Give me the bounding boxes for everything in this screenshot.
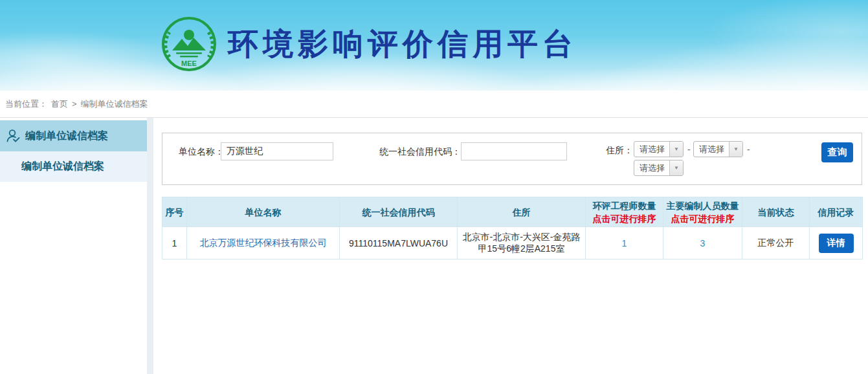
col-credit-record-header: 信用记录	[810, 197, 863, 227]
col-index-header: 序号	[162, 197, 187, 227]
user-check-icon	[6, 129, 20, 143]
address-city-select-value: 请选择	[694, 142, 729, 157]
credit-code-input[interactable]	[461, 142, 567, 160]
site-banner: MEE 环境影响评价信用平台	[0, 0, 868, 91]
search-form: 单位名称： 统一社会信用代码： 住所： 请选择 ▼ - 请选择 ▼ - 请选择 …	[162, 133, 862, 185]
site-title: 环境影响评价信用平台	[228, 16, 577, 72]
results-table: 序号 单位名称 统一社会信用代码 住所 环评工程师数量 点击可进行排序 主要编制…	[162, 197, 863, 259]
breadcrumb: 当前位置： 首页 > 编制单位诚信档案	[0, 91, 868, 118]
col-company-header: 单位名称	[187, 197, 340, 227]
col-staff-count-title: 主要编制人员数量	[667, 201, 739, 211]
col-status-header: 当前状态	[742, 197, 810, 227]
sidebar-subitem-label: 编制单位诚信档案	[21, 160, 104, 173]
chevron-down-icon[interactable]: ▼	[669, 160, 683, 175]
cell-index: 1	[162, 227, 187, 259]
cell-status: 正常公开	[742, 227, 810, 259]
breadcrumb-separator: >	[72, 99, 77, 109]
sidebar-item-credit-archive[interactable]: 编制单位诚信档案	[0, 120, 147, 151]
main-panel: 单位名称： 统一社会信用代码： 住所： 请选择 ▼ - 请选择 ▼ - 请选择 …	[153, 118, 868, 374]
breadcrumb-current: 编制单位诚信档案	[81, 98, 148, 110]
address-province-select[interactable]: 请选择 ▼	[634, 141, 684, 157]
sidebar-divider	[147, 118, 153, 374]
company-name-label: 单位名称：	[179, 142, 224, 160]
sidebar: 编制单位诚信档案 编制单位诚信档案	[0, 118, 147, 374]
credit-code-label: 统一社会信用代码：	[379, 142, 461, 160]
col-staff-count-header[interactable]: 主要编制人员数量 点击可进行排序	[663, 197, 742, 227]
address-district-select-value: 请选择	[634, 160, 669, 175]
table-header-row: 序号 单位名称 统一社会信用代码 住所 环评工程师数量 点击可进行排序 主要编制…	[162, 197, 863, 227]
chevron-down-icon[interactable]: ▼	[669, 142, 683, 157]
address-dash: -	[747, 144, 750, 155]
col-engineer-count-header[interactable]: 环评工程师数量 点击可进行排序	[586, 197, 663, 227]
breadcrumb-home-link[interactable]: 首页	[51, 98, 68, 110]
cell-credit-code: 91110115MA7LWUA76U	[340, 227, 458, 259]
cell-address: 北京市-北京市-大兴区-金苑路甲15号6幢2层A215室	[458, 227, 586, 259]
query-button[interactable]: 查询	[821, 142, 853, 162]
sort-hint[interactable]: 点击可进行排序	[666, 212, 739, 225]
svg-text:MEE: MEE	[181, 60, 197, 67]
sidebar-item-label: 编制单位诚信档案	[25, 129, 108, 143]
col-credit-code-header: 统一社会信用代码	[340, 197, 458, 227]
address-city-select[interactable]: 请选择 ▼	[693, 141, 743, 157]
breadcrumb-prefix: 当前位置：	[5, 98, 47, 110]
address-dash: -	[687, 144, 691, 155]
address-district-select[interactable]: 请选择 ▼	[634, 160, 684, 176]
company-name-input[interactable]	[221, 142, 333, 160]
col-address-header: 住所	[458, 197, 586, 227]
content-area: 编制单位诚信档案 编制单位诚信档案 单位名称： 统一社会信用代码： 住所： 请选…	[0, 118, 868, 374]
detail-button[interactable]: 详情	[819, 234, 854, 253]
company-name-link[interactable]: 北京万源世纪环保科技有限公司	[200, 237, 327, 248]
table-row: 1 北京万源世纪环保科技有限公司 91110115MA7LWUA76U 北京市-…	[162, 227, 863, 259]
sidebar-subitem-credit-archive[interactable]: 编制单位诚信档案	[0, 151, 147, 182]
col-engineer-count-title: 环评工程师数量	[593, 201, 656, 211]
engineer-count-link[interactable]: 1	[622, 238, 627, 248]
address-label: 住所：	[606, 141, 633, 159]
sort-hint[interactable]: 点击可进行排序	[588, 212, 660, 225]
address-province-select-value: 请选择	[634, 142, 669, 157]
chevron-down-icon[interactable]: ▼	[729, 142, 742, 157]
mee-logo-icon: MEE	[161, 16, 217, 72]
staff-count-link[interactable]: 3	[700, 238, 706, 248]
